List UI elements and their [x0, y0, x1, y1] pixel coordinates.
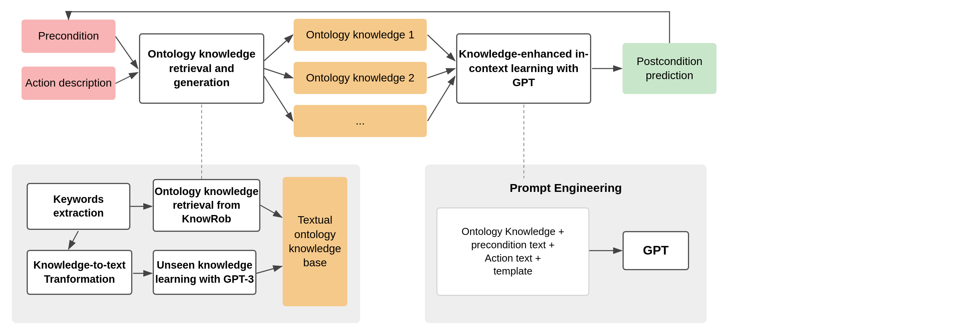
knowledge-enhanced-box: Knowledge-enhanced in-context learning w…: [456, 33, 591, 104]
unseen-knowledge-box: Unseen knowledge learning with GPT-3: [153, 250, 256, 295]
textual-ontology-box: Textual ontology knowledge base: [283, 177, 347, 306]
action-description-label: Action description: [25, 76, 112, 90]
svg-line-7: [428, 69, 455, 78]
ontology-retrieval-label: Ontology knowledge retrieval and generat…: [140, 47, 263, 90]
precondition-box: Precondition: [22, 20, 116, 53]
svg-line-5: [264, 76, 293, 121]
diagram: Precondition Action description Ontology…: [0, 0, 980, 336]
ontology-knowrob-box: Ontology knowledge retrieval from KnowRo…: [153, 179, 260, 232]
knowledge-to-text-box: Knowledge-to-text Tranformation: [27, 250, 132, 295]
svg-line-1: [116, 36, 138, 69]
postcondition-box: Postcondition prediction: [623, 43, 717, 94]
ontology-k1-label: Ontology knowledge 1: [306, 28, 414, 42]
svg-line-3: [264, 35, 293, 61]
ontology-k3-label: ...: [356, 114, 365, 128]
ontology-k3-box: ...: [294, 105, 427, 137]
keywords-extraction-label: Keywords extraction: [28, 193, 129, 220]
knowledge-to-text-label: Knowledge-to-text Tranformation: [28, 258, 131, 286]
svg-line-6: [428, 35, 455, 61]
prompt-content-box: Ontology Knowledge + precondition text +…: [437, 208, 589, 296]
ontology-k2-label: Ontology knowledge 2: [306, 71, 414, 85]
ontology-knowrob-label: Ontology knowledge retrieval from KnowRo…: [154, 185, 259, 226]
postcondition-label: Postcondition prediction: [623, 54, 717, 83]
ontology-retrieval-box: Ontology knowledge retrieval and generat…: [139, 33, 264, 104]
svg-line-8: [428, 76, 455, 121]
unseen-knowledge-label: Unseen knowledge learning with GPT-3: [154, 258, 255, 286]
precondition-label: Precondition: [38, 29, 99, 43]
ontology-k1-box: Ontology knowledge 1: [294, 19, 427, 51]
prompt-engineering-title: Prompt Engineering: [468, 180, 664, 195]
gpt-label: GPT: [643, 242, 669, 259]
gpt-box: GPT: [623, 231, 689, 270]
svg-line-2: [116, 72, 138, 83]
keywords-extraction-box: Keywords extraction: [27, 183, 130, 230]
textual-ontology-label: Textual ontology knowledge base: [283, 213, 347, 270]
action-description-box: Action description: [22, 67, 116, 100]
knowledge-enhanced-label: Knowledge-enhanced in-context learning w…: [457, 47, 590, 90]
ontology-k2-box: Ontology knowledge 2: [294, 62, 427, 94]
svg-line-4: [264, 69, 293, 78]
prompt-content-label: Ontology Knowledge + precondition text +…: [462, 225, 564, 278]
